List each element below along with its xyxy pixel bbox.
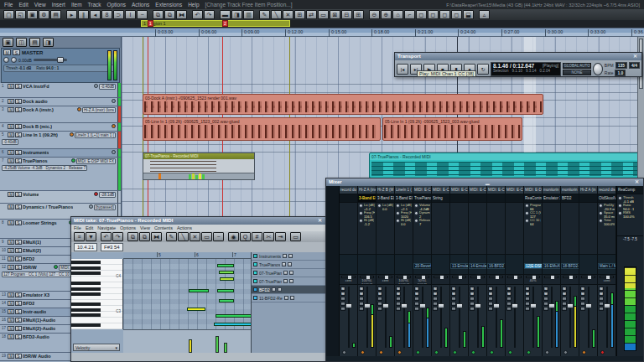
pan-slider[interactable] [470,276,485,278]
pan-control[interactable] [450,275,468,285]
ripple-one-icon[interactable]: ◨ [231,10,242,19]
record-icon[interactable]: ◉ [228,232,239,241]
param-knob[interactable]: Hi (dB)-1.2 [358,219,376,226]
knob-icon[interactable] [525,204,529,208]
piano-keyboard[interactable]: C4C3 [71,259,123,329]
param-knob[interactable]: Freq (Hz)1020 [395,211,413,219]
knob-icon[interactable] [414,211,418,215]
piano-roll[interactable] [123,259,251,329]
track-name[interactable]: Instr-audio [23,309,46,314]
fader-section[interactable]: S M [340,285,357,356]
track-solo-button[interactable]: S [15,256,22,261]
view-mode-icon[interactable]: ▼ [86,232,96,241]
mixer-channel-strip[interactable]: MIDI: E-C TruePiano Volume-4.2dB [413,186,432,356]
solo-button[interactable]: S [359,287,364,291]
mixer-channel-strip[interactable]: Hi-Z A (instr) (lon 3-Band EQ Lo (dB)+1.… [358,186,377,356]
fx-button[interactable] [377,297,382,301]
fader-thumb[interactable] [456,303,463,308]
fader-thumb[interactable] [604,303,610,308]
pan-slider[interactable] [563,276,577,278]
mute-button[interactable]: M [377,292,382,296]
channel-input-label[interactable]: MIDI: E-C [469,186,486,194]
menu-item[interactable]: View [140,225,150,230]
send-slot[interactable]: 16-BFD2 [487,263,505,269]
mixer-master-strip[interactable]: ReaComp Thresh-0.1 dB Ratio94.0 : 1 [616,186,643,356]
record-arm-button[interactable] [89,204,93,209]
record-arm-button[interactable] [453,350,457,354]
track-name[interactable]: EMuX(1) [23,240,41,245]
pan-slider[interactable] [452,276,466,278]
solo-button[interactable]: S [414,287,419,291]
menu-item[interactable]: Options [107,2,126,8]
knob-icon[interactable] [396,211,400,215]
midi-note[interactable] [219,271,234,274]
menu-item[interactable]: Track [88,2,101,8]
menu-item[interactable]: Edit [18,2,28,8]
mute-note-icon[interactable]: − [213,232,224,241]
fader-track[interactable] [606,287,608,348]
pan-control[interactable]: 100%L 100%R [358,275,376,285]
menu-item[interactable]: Actions [132,2,149,8]
item-lock-icon[interactable]: − [137,10,148,19]
bpm-value[interactable]: 135 [615,62,627,69]
pan-control[interactable] [432,275,449,285]
audio-item[interactable]: 05-Line In 1 (09.2ft) -090625_1523_002.w… [143,117,381,141]
send-slot[interactable]: 14-Emulat [469,263,486,269]
midi-note[interactable] [189,289,209,292]
pan-control[interactable]: 40% [524,275,542,285]
track-name[interactable]: Loomer Strings [23,220,57,226]
fader-track[interactable] [588,287,589,348]
transport-titlebar[interactable]: Transport ✕ [395,53,641,60]
pan-control[interactable] [543,275,560,285]
fader-thumb[interactable] [401,303,408,308]
channel-input-label[interactable]: MIDI: E-C [487,186,505,194]
track-extra-label[interactable]: (bypassed) [94,204,116,210]
fx-insert-slot[interactable]: 3-Band EQ [395,194,413,203]
channel-input-label[interactable]: LineIn 1 ( [395,186,413,194]
metronome-icon[interactable]: ▵ [479,10,490,19]
fader-section[interactable]: S M [377,285,394,356]
knob-icon[interactable] [359,219,363,223]
fader-track[interactable] [514,287,516,348]
mixer-channel-strip[interactable]: MIDI: E-C 16-BFD2 [487,186,506,356]
mute-button[interactable]: M [506,292,512,296]
track-name[interactable]: BFD2 [23,256,34,261]
pan-slider[interactable] [489,276,503,278]
zoom-in-icon[interactable]: ⊕ [381,10,392,19]
record-arm-button[interactable] [508,350,512,354]
mixer-channel-strip[interactable]: MIDI: E-C 13-Emulat [450,186,469,356]
knob-icon[interactable] [599,219,603,223]
track-mute-button[interactable]: M [8,318,14,323]
record-arm-button[interactable] [434,350,439,354]
zoom-out-icon[interactable]: ⊖ [369,10,380,19]
mixer-channel-strip[interactable]: MIDI: E-DSP MIDI ReaControlMIDI Program6… [524,186,543,356]
fader-section[interactable]: S M [543,285,560,356]
track-name[interactable]: Emulator X3 [23,292,49,297]
mixer-channel-strip[interactable]: monitorin Emulator X 16-EMuX( [543,186,561,356]
fx-button[interactable] [470,297,475,301]
automation-mode-button[interactable]: NONE [563,70,591,75]
param-knob[interactable]: Lo (dB)+1.2 [358,204,376,211]
screenset-1-icon[interactable]: ◻ [428,10,439,19]
fader-track[interactable] [532,287,534,348]
track-solo-button[interactable]: S [15,318,22,323]
track-io-badge[interactable]: Hi-Z A (instr) (lons [82,107,116,113]
pan-slider[interactable] [397,276,411,278]
item-group-icon[interactable]: ⧉ [153,10,164,19]
transport-position-display[interactable]: 8.1.46 / 0:12.647[Playing] Selection 9.1… [491,62,561,76]
mixer-titlebar[interactable]: Mixer ▁ ✕ [326,178,643,186]
pointer-tool-icon[interactable]: ▸ [66,10,77,19]
lock-icon[interactable] [272,287,276,292]
menu-item[interactable]: Insert [52,2,65,8]
track-name[interactable]: EMuX(2) [23,248,41,253]
pan-control[interactable] [506,275,523,285]
envelope-tool-icon[interactable]: ∥ [78,10,89,19]
audio-item[interactable]: 05-Line In 1 (09.2ft) -090625_1523_003.w… [382,117,522,141]
fader-section[interactable]: S M [358,285,376,356]
track-mute-button[interactable]: M [8,204,14,209]
paste-icon[interactable]: ⧉ [139,232,150,241]
menu-item[interactable]: Contents [154,225,173,230]
crossfade-icon[interactable]: ⇄ [306,10,317,19]
mixer-channel-strip[interactable]: monitorin BFD2 18-BFD2-A [561,186,579,356]
visibility-icon[interactable] [288,262,292,266]
